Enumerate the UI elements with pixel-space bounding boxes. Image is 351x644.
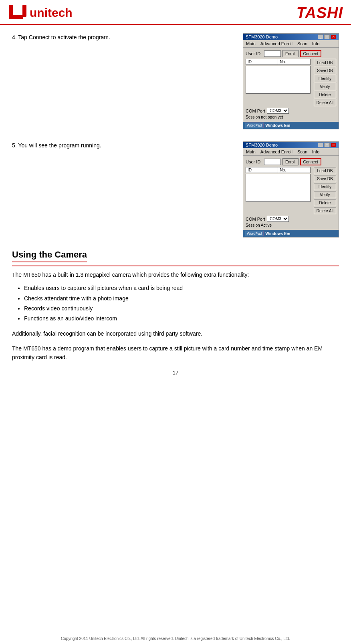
- identify-btn-2[interactable]: Identify: [314, 183, 336, 190]
- unitech-logo: unitech: [8, 4, 73, 22]
- comport-row-2: COM Port COM3: [246, 216, 336, 222]
- menu-advanced-enroll-2[interactable]: Advanced Enroll: [259, 149, 294, 155]
- table-area-2: ID No.: [246, 167, 311, 214]
- demo-status-1: Session not open yet: [246, 115, 336, 119]
- page-footer: Copyright 2011 Unitech Electronics Co., …: [0, 633, 351, 644]
- col-id-2: ID: [246, 167, 278, 173]
- col-no-2: No.: [278, 167, 310, 173]
- bullet-3: Records video continuously: [24, 304, 339, 314]
- demo-body-2: User ID Enroll Connect ID No. Load DB: [243, 156, 339, 230]
- demo-window-1: SFM3020 Demo _ □ ✕ Main Advanced Enroll …: [243, 33, 339, 129]
- table-body-1: [246, 66, 311, 94]
- page-number: 17: [12, 370, 339, 376]
- save-db-btn-1[interactable]: Save DB: [314, 67, 336, 74]
- taskbar-wordpad-2[interactable]: WordPad: [245, 231, 264, 236]
- close-btn-1[interactable]: ✕: [331, 34, 336, 39]
- main-area-2: ID No. Load DB Save DB Identify Verify D…: [246, 167, 336, 214]
- load-db-btn-2[interactable]: Load DB: [314, 167, 336, 174]
- taskbar-windows-text-1: Windows Em: [265, 123, 290, 128]
- step-4-text: 4. Tap Connect to activate the program.: [12, 33, 231, 42]
- comport-select-2[interactable]: COM3: [267, 216, 289, 222]
- menu-main-1[interactable]: Main: [245, 41, 257, 46]
- comport-row-1: COM Port COM3: [246, 108, 336, 114]
- step-4-desc: Tap Connect to activate the program.: [18, 34, 110, 40]
- table-area-1: ID No.: [246, 59, 311, 106]
- identify-btn-1[interactable]: Identify: [314, 75, 336, 82]
- camera-section: Using the Camera The MT650 has a built-i…: [12, 250, 339, 362]
- demo-status-2: Session Active: [246, 223, 336, 227]
- delete-all-btn-2[interactable]: Delete All: [314, 207, 336, 214]
- taskbar-windows-text-2: Windows Em: [265, 231, 290, 236]
- step-4-row: 4. Tap Connect to activate the program. …: [12, 33, 339, 129]
- demo-menubar-2: Main Advanced Enroll Scan Info: [243, 148, 339, 156]
- col-no-1: No.: [278, 59, 310, 64]
- enroll-btn-1[interactable]: Enroll: [282, 50, 299, 57]
- menu-info-1[interactable]: Info: [311, 41, 321, 46]
- menu-info-2[interactable]: Info: [311, 149, 321, 155]
- bullet-2: Checks attendant time with a photo image: [24, 294, 339, 304]
- titlebar-buttons-1: _ □ ✕: [318, 34, 336, 39]
- step-5-desc: You will see the program running.: [18, 142, 101, 149]
- demo-menubar-1: Main Advanced Enroll Scan Info: [243, 40, 339, 48]
- delete-btn-2[interactable]: Delete: [314, 199, 336, 206]
- comport-label-2: COM Port: [246, 217, 265, 221]
- maximize-btn-2[interactable]: □: [324, 143, 330, 147]
- delete-btn-1[interactable]: Delete: [314, 91, 336, 98]
- menu-main-2[interactable]: Main: [245, 149, 257, 155]
- section-divider: [12, 266, 339, 266]
- close-btn-2[interactable]: ✕: [331, 143, 336, 147]
- step-5-row: 5. You will see the program running. SFM…: [12, 141, 339, 237]
- col-id-1: ID: [246, 59, 278, 64]
- userid-row-2: User ID Enroll Connect: [246, 158, 336, 165]
- menu-advanced-enroll-1[interactable]: Advanced Enroll: [259, 41, 294, 46]
- bullet-4: Functions as an audio/video intercom: [24, 314, 339, 324]
- verify-btn-1[interactable]: Verify: [314, 83, 336, 90]
- table-body-2: [246, 174, 311, 202]
- unitech-brand-name: unitech: [30, 6, 73, 20]
- minimize-btn-2[interactable]: _: [318, 143, 323, 147]
- step-5-number: 5.: [12, 142, 17, 149]
- menu-scan-2[interactable]: Scan: [296, 149, 309, 155]
- demo-titlebar-2: SFM3020 Demo _ □ ✕: [243, 142, 339, 148]
- page-header: unitech TASHI: [0, 0, 351, 25]
- bullet-1: Enables users to capture still pictures …: [24, 283, 339, 293]
- demo-title-2: SFM3020 Demo: [246, 143, 278, 147]
- connect-btn-1[interactable]: Connect: [300, 50, 321, 57]
- table-header-1: ID No.: [246, 59, 311, 65]
- demo-window-2: SFM3020 Demo _ □ ✕ Main Advanced Enroll …: [243, 141, 339, 237]
- camera-bullet-list: Enables users to capture still pictures …: [24, 283, 339, 324]
- delete-all-btn-1[interactable]: Delete All: [314, 99, 336, 106]
- camera-heading-text: Using the Camera: [12, 250, 87, 262]
- enroll-btn-2[interactable]: Enroll: [282, 158, 299, 165]
- demo-body-1: User ID Enroll Connect ID No. Load DB: [243, 48, 339, 122]
- camera-section-heading: Using the Camera: [12, 250, 339, 265]
- userid-input-2[interactable]: [264, 159, 281, 165]
- footer-text: Copyright 2011 Unitech Electronics Co., …: [61, 636, 290, 641]
- maximize-btn-1[interactable]: □: [324, 34, 330, 39]
- taskbar-wordpad-1[interactable]: WordPad: [245, 123, 264, 128]
- comport-label-1: COM Port: [246, 109, 265, 113]
- userid-label-1: User ID: [246, 51, 262, 56]
- camera-intro: The MT650 has a built-in 1.3 megapixel c…: [12, 270, 339, 279]
- minimize-btn-1[interactable]: _: [318, 34, 323, 39]
- svg-rect-1: [9, 15, 23, 19]
- save-db-btn-2[interactable]: Save DB: [314, 175, 336, 182]
- menu-scan-1[interactable]: Scan: [296, 41, 309, 46]
- svg-rect-0: [9, 5, 13, 17]
- verify-btn-2[interactable]: Verify: [314, 191, 336, 198]
- step-4-number: 4.: [12, 34, 17, 40]
- connect-btn-2[interactable]: Connect: [300, 158, 321, 165]
- main-area-1: ID No. Load DB Save DB Identify Verify D…: [246, 59, 336, 106]
- comport-select-1[interactable]: COM3: [267, 108, 289, 114]
- userid-input-1[interactable]: [264, 50, 281, 57]
- demo-taskbar-1: WordPad Windows Em: [243, 122, 339, 129]
- userid-row-1: User ID Enroll Connect: [246, 50, 336, 57]
- svg-rect-2: [22, 5, 26, 17]
- demo-title-1: SFM3020 Demo: [246, 34, 278, 39]
- tashi-logo: TASHI: [297, 4, 343, 22]
- titlebar-buttons-2: _ □ ✕: [318, 143, 336, 147]
- load-db-btn-1[interactable]: Load DB: [314, 59, 336, 66]
- userid-label-2: User ID: [246, 159, 262, 164]
- step-5-text: 5. You will see the program running.: [12, 141, 231, 150]
- camera-para1: Additionally, facial recognition can be …: [12, 329, 339, 338]
